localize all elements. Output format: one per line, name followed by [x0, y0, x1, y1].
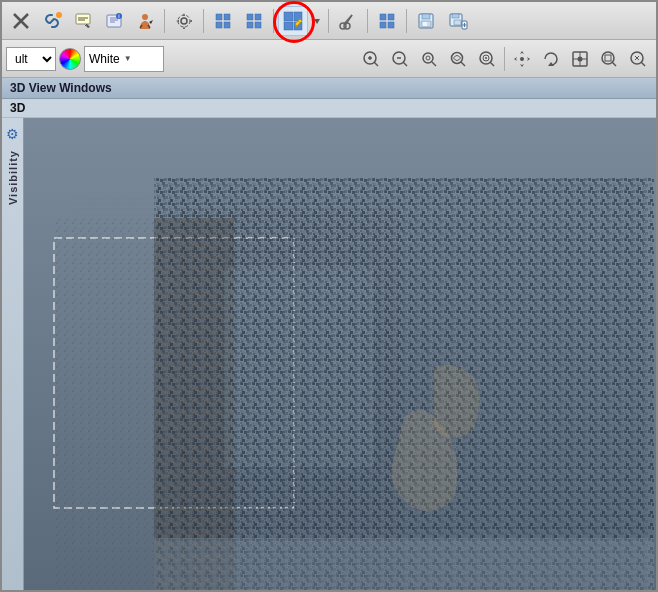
- section-header: 3D View Windows: [2, 78, 656, 99]
- svg-rect-20: [247, 14, 253, 20]
- main-content: ⚙ Visibility: [2, 118, 656, 590]
- viewport[interactable]: [24, 118, 656, 590]
- sidebar-gear-icon[interactable]: ⚙: [6, 126, 19, 142]
- sep4: [328, 9, 329, 33]
- svg-rect-16: [216, 14, 222, 20]
- toolbar-group-grid2: [372, 6, 402, 36]
- draw-button[interactable]: [278, 6, 308, 36]
- save-as-button[interactable]: [443, 6, 473, 36]
- grid1-button[interactable]: [208, 6, 238, 36]
- grid3-button[interactable]: [372, 6, 402, 36]
- section-title: 3D View Windows: [10, 81, 112, 95]
- info-button[interactable]: i: [99, 6, 129, 36]
- svg-point-14: [181, 18, 187, 24]
- threed-label-row: 3D: [2, 99, 656, 118]
- color-label: White: [89, 52, 120, 66]
- select-button[interactable]: [6, 6, 36, 36]
- sep3: [273, 9, 274, 33]
- sep6: [406, 9, 407, 33]
- sep-zoom: [504, 47, 505, 71]
- svg-line-2: [50, 19, 54, 23]
- svg-line-54: [403, 62, 407, 66]
- cut-button[interactable]: [333, 6, 363, 36]
- point-cloud-svg: [24, 118, 656, 590]
- zoom-out-button[interactable]: [386, 45, 414, 73]
- rotate-button[interactable]: [537, 45, 565, 73]
- threed-label: 3D: [10, 101, 25, 115]
- pan-button[interactable]: [508, 45, 536, 73]
- row2-zoom-controls: [357, 45, 652, 73]
- zoom-all-button[interactable]: [473, 45, 501, 73]
- sep1: [164, 9, 165, 33]
- svg-point-62: [485, 57, 487, 59]
- svg-point-13: [142, 14, 148, 20]
- svg-rect-39: [422, 14, 430, 19]
- svg-line-59: [461, 62, 465, 66]
- svg-point-56: [426, 56, 430, 60]
- svg-rect-44: [454, 20, 461, 25]
- color-picker-icon[interactable]: [59, 48, 81, 70]
- zoom-window-button[interactable]: [595, 45, 623, 73]
- svg-point-55: [423, 53, 433, 63]
- svg-rect-34: [380, 14, 386, 20]
- svg-rect-35: [388, 14, 394, 20]
- svg-line-51: [374, 62, 378, 66]
- svg-rect-19: [224, 22, 230, 28]
- svg-rect-22: [247, 22, 253, 28]
- svg-marker-29: [314, 19, 320, 24]
- toolbar-row2: ult default White ▼: [2, 40, 656, 78]
- sep5: [367, 9, 368, 33]
- svg-rect-103: [154, 178, 654, 590]
- sidebar-visibility-label: Visibility: [7, 150, 19, 205]
- svg-line-33: [346, 15, 352, 24]
- svg-line-57: [432, 62, 436, 66]
- link-button[interactable]: [37, 6, 67, 36]
- svg-line-72: [612, 62, 616, 66]
- svg-rect-4: [76, 14, 90, 24]
- center-button[interactable]: [566, 45, 594, 73]
- run-button[interactable]: [130, 6, 160, 36]
- color-dropdown-arrow: ▼: [124, 54, 132, 63]
- grid2-button[interactable]: [239, 6, 269, 36]
- zoom-selection-button[interactable]: [444, 45, 472, 73]
- svg-rect-24: [284, 12, 293, 21]
- svg-point-69: [578, 56, 583, 61]
- zoom-in-button[interactable]: [357, 45, 385, 73]
- svg-rect-104: [154, 538, 654, 590]
- save-button[interactable]: [411, 6, 441, 36]
- svg-rect-43: [452, 14, 459, 18]
- svg-line-63: [490, 62, 494, 66]
- preset-dropdown[interactable]: ult default: [6, 47, 56, 71]
- svg-point-3: [56, 12, 62, 18]
- zoom-fit-button[interactable]: [415, 45, 443, 73]
- app-window: i: [0, 0, 658, 592]
- svg-rect-18: [216, 22, 222, 28]
- draw-dropdown-arrow[interactable]: [310, 6, 324, 36]
- toolbar-group-grid: [208, 6, 269, 36]
- zoom-realtime-button[interactable]: [624, 45, 652, 73]
- svg-point-15: [178, 15, 190, 27]
- svg-rect-17: [224, 14, 230, 20]
- svg-rect-71: [605, 55, 611, 61]
- svg-point-64: [520, 57, 524, 61]
- sep2: [203, 9, 204, 33]
- svg-line-74: [641, 62, 645, 66]
- svg-rect-36: [380, 22, 386, 28]
- edit-button[interactable]: [68, 6, 98, 36]
- svg-rect-26: [284, 22, 293, 30]
- toolbar-row1: i: [2, 2, 656, 40]
- color-dropdown[interactable]: White ▼: [84, 46, 164, 72]
- svg-rect-37: [388, 22, 394, 28]
- toolbar-group-main: i: [6, 6, 160, 36]
- sidebar: ⚙ Visibility: [2, 118, 24, 590]
- svg-rect-23: [255, 22, 261, 28]
- svg-rect-41: [423, 22, 427, 26]
- row2-left-controls: ult default White ▼: [6, 46, 164, 72]
- settings-button[interactable]: [169, 6, 199, 36]
- svg-rect-21: [255, 14, 261, 20]
